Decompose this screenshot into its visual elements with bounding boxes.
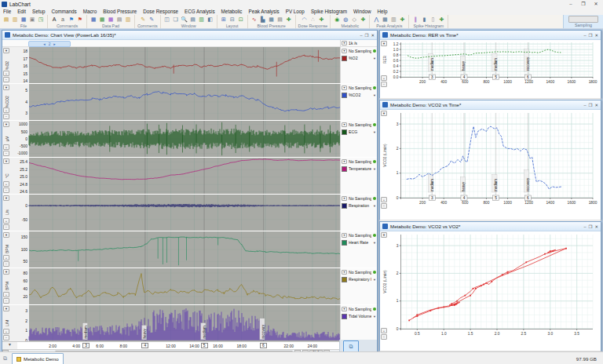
menu-item-help[interactable]: Help xyxy=(375,8,391,15)
channel-dropdown-arrow[interactable]: ▼ xyxy=(373,315,376,318)
export-icon[interactable]: ◳ xyxy=(37,16,45,24)
sampling-dropdown-button[interactable]: ▼ xyxy=(342,270,347,275)
bp-wave-icon[interactable]: ∿ xyxy=(250,16,258,24)
scale-plus-button[interactable]: + xyxy=(3,181,9,187)
peak-detect-icon[interactable]: ⋀ xyxy=(372,16,380,24)
scale-minus-button[interactable]: − xyxy=(3,151,9,156)
minimize-button[interactable]: – xyxy=(583,101,586,109)
scale-plus-button[interactable]: + xyxy=(3,218,9,224)
cascade-icon[interactable]: ❏ xyxy=(172,16,180,24)
dr-curve-icon[interactable]: ◠ xyxy=(300,16,308,24)
comment-number-6[interactable]: 6 xyxy=(260,343,267,348)
zoom-selection-button[interactable]: ⧉ xyxy=(343,340,359,352)
sampling-start-button[interactable] xyxy=(568,16,598,23)
window-title-bar[interactable]: Metabolic Demo: VCO2 vs VO2*–❐✕ xyxy=(380,222,601,231)
datapad-list-icon[interactable]: ▤ xyxy=(115,16,123,24)
dr-add-icon[interactable]: ✚ xyxy=(317,16,325,24)
sampling-dropdown-button[interactable]: ▼ xyxy=(342,233,347,238)
menu-item-peak-analysis[interactable]: Peak Analysis xyxy=(246,8,283,15)
channel-plot-respiratoryr[interactable]: 80604020 xyxy=(17,268,340,304)
scale-plus-button[interactable]: + xyxy=(3,107,9,113)
menu-item-edit[interactable]: Edit xyxy=(14,8,29,15)
sampling-dropdown-button[interactable]: ▼ xyxy=(342,196,347,201)
sampling-dropdown-button[interactable]: ▼ xyxy=(342,159,347,164)
tile-icon[interactable]: ◫ xyxy=(163,16,171,24)
new-file-icon[interactable]: ▤ xyxy=(2,16,10,24)
close-button[interactable]: ✕ xyxy=(371,31,375,39)
scale-plus-button[interactable]: + xyxy=(3,329,9,334)
menu-item-dose-response[interactable]: Dose Response xyxy=(140,8,181,15)
dr-points-icon[interactable]: ∴ xyxy=(309,16,316,24)
maximize-button[interactable]: ❐ xyxy=(364,31,368,39)
spike-rate-icon[interactable]: ▯ xyxy=(429,16,437,24)
scale-minus-button[interactable]: − xyxy=(3,335,9,340)
edit-comment-icon[interactable]: ✎ xyxy=(148,16,155,24)
time-axis[interactable]: ▼2:004:006:008:0012:0014:0016:0018:0022:… xyxy=(2,341,377,349)
scale-plus-button[interactable]: + xyxy=(3,71,9,76)
maximize-button[interactable]: ❐ xyxy=(588,101,592,109)
maximize-button[interactable]: ❐ xyxy=(588,31,592,39)
menu-item-pv-loop[interactable]: PV Loop xyxy=(283,8,308,15)
channel-plot-heartrate[interactable]: 15010050 xyxy=(17,231,340,268)
spike-hist-icon[interactable]: ▮ xyxy=(420,16,428,24)
document-list-icon[interactable]: ⧉ xyxy=(3,355,9,362)
panel-menu-button[interactable]: ▼ xyxy=(381,41,387,46)
menu-item-window[interactable]: Window xyxy=(350,8,374,15)
channel-plot-ecg[interactable]: 10005000-500-1000 xyxy=(17,121,340,157)
datapad-export-icon[interactable]: ▥ xyxy=(124,16,132,24)
chart-window-icon[interactable]: ▥ xyxy=(198,16,206,24)
window-title-bar[interactable]: Metabolic Demo: RER vs Time*–❐✕ xyxy=(380,31,601,40)
document-tab-metabolic-demo[interactable]: Metabolic Demo xyxy=(12,353,64,364)
add-comment-icon[interactable]: ✎ xyxy=(139,16,147,24)
datapad-view-icon[interactable]: ▦ xyxy=(107,16,115,24)
comment-filter-icon[interactable]: ▼ xyxy=(2,342,17,349)
panel-scale-plus-button[interactable]: + xyxy=(381,197,387,202)
spike-raster-icon[interactable]: ∥ xyxy=(411,16,419,24)
close-button[interactable]: ✕ xyxy=(594,223,598,231)
window-title-bar[interactable]: Metabolic Demo: VCO2 vs Time*–❐✕ xyxy=(380,100,601,110)
panel-scale-plus-button[interactable]: + xyxy=(381,328,387,333)
peak-table-icon[interactable]: ▦ xyxy=(381,16,389,24)
channel-dropdown-arrow[interactable]: ▼ xyxy=(373,93,376,97)
view-badge[interactable]: ◂2▸ xyxy=(28,41,71,47)
scale-minus-button[interactable]: − xyxy=(3,187,9,193)
split-icon[interactable]: ◧ xyxy=(206,16,214,24)
datapad-icon[interactable]: ▦ xyxy=(90,16,97,24)
channel-dropdown-arrow[interactable]: ▼ xyxy=(373,56,376,60)
channel-plot-tidalvolume[interactable]: 3210mediumheavymediumrecovery xyxy=(17,305,340,341)
panel-scale-minus-button[interactable]: − xyxy=(381,203,387,209)
channel-plot-co2[interactable]: 543 xyxy=(17,84,340,120)
panel-chart-1[interactable]: 200400600800100012001400160018000123VCO2… xyxy=(380,110,601,210)
menu-item-file[interactable]: File xyxy=(0,8,14,15)
channel-dropdown-arrow[interactable]: ▼ xyxy=(373,204,376,208)
spike-settings-icon[interactable]: ✚ xyxy=(437,16,445,24)
font-icon[interactable]: A xyxy=(50,16,58,24)
menu-item-metabolic[interactable]: Metabolic xyxy=(218,8,246,15)
print-icon[interactable]: ▣ xyxy=(28,16,36,24)
panel-chart-2[interactable]: 0.51.01.52.02.53.03.50123VCO2 (L/min) xyxy=(380,231,601,341)
minimize-button[interactable]: – xyxy=(360,31,362,39)
marker-icon[interactable]: ⚑ xyxy=(68,16,75,24)
close-button[interactable]: ✕ xyxy=(594,31,598,39)
open-file-icon[interactable]: ▥ xyxy=(11,16,19,24)
menu-item-macro[interactable]: Macro xyxy=(80,8,100,15)
list-window-icon[interactable]: ▤ xyxy=(189,16,197,24)
scale-minus-button[interactable]: − xyxy=(3,77,9,82)
bp-analyze-icon[interactable]: ▙ xyxy=(259,16,267,24)
scale-minus-button[interactable]: − xyxy=(3,298,9,304)
channel-dropdown-arrow[interactable]: ▼ xyxy=(373,130,376,134)
scale-plus-button[interactable]: + xyxy=(3,255,9,260)
scale-minus-button[interactable]: − xyxy=(3,261,9,267)
menu-item-spike-histogram[interactable]: Spike Histogram xyxy=(308,8,350,15)
text-icon[interactable]: a xyxy=(59,16,67,24)
menu-item-setup[interactable]: Setup xyxy=(29,8,48,15)
menu-item-blood-pressure[interactable]: Blood Pressure xyxy=(100,8,140,15)
minimize-button[interactable]: – xyxy=(583,223,586,231)
scale-plus-button[interactable]: + xyxy=(3,292,9,297)
scale-minus-button[interactable]: − xyxy=(3,224,9,230)
sampling-dropdown-button[interactable]: ▼ xyxy=(342,307,347,311)
save-icon[interactable]: ▦ xyxy=(20,16,27,24)
panel-menu-button[interactable]: ▼ xyxy=(381,111,387,116)
channel-plot-temperature[interactable]: 25.425.225.024.824.6 xyxy=(17,158,340,194)
comment-number-3[interactable]: 3 xyxy=(82,343,90,348)
